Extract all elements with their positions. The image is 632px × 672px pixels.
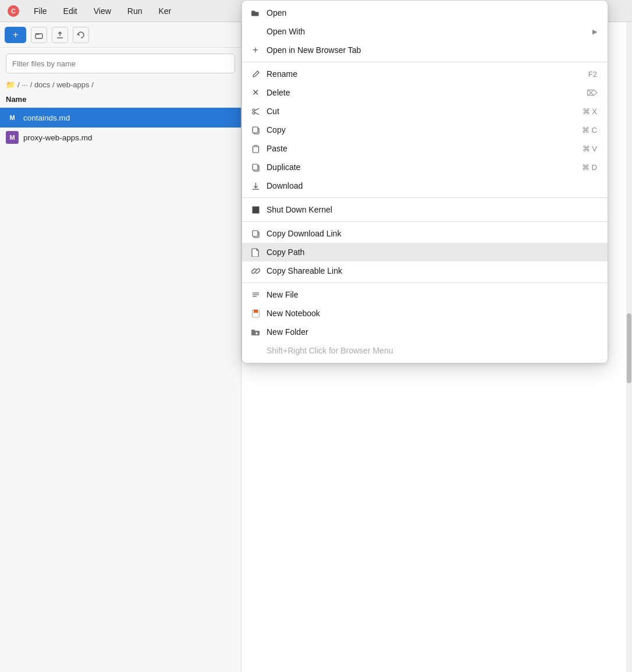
upload-button[interactable]	[52, 27, 68, 43]
ctx-new-file[interactable]: New File	[242, 285, 608, 304]
separator-4	[242, 282, 608, 283]
ctx-copy-shareable-link[interactable]: Copy Shareable Link	[242, 261, 608, 280]
svg-line-6	[255, 108, 259, 111]
ctx-shut-down-kernel[interactable]: Shut Down Kernel	[242, 200, 608, 219]
file-name-containds: containds.md	[23, 114, 70, 122]
separator-2	[242, 197, 608, 198]
svg-point-4	[253, 109, 255, 111]
menu-edit[interactable]: Edit	[61, 5, 80, 17]
upload-icon	[56, 31, 64, 39]
ctx-open-new-tab-label: Open in New Browser Tab	[267, 45, 597, 55]
ctx-paste-label: Paste	[267, 144, 577, 153]
folder-plus-icon	[250, 327, 261, 337]
svg-rect-10	[253, 146, 258, 153]
ctx-copy[interactable]: Copy ⌘ C	[242, 121, 608, 139]
new-button[interactable]: +	[5, 27, 26, 43]
ctx-rename-label: Rename	[267, 69, 583, 79]
sidebar: + 📁 / ··· / docs / web-app	[0, 22, 242, 672]
menu-kernel[interactable]: Ker	[156, 5, 173, 17]
ctx-delete-label: Delete	[267, 88, 581, 97]
ctx-plus-icon: +	[250, 45, 261, 55]
menu-file[interactable]: File	[31, 5, 49, 17]
file-item-proxy-web-apps[interactable]: M proxy-web-apps.md	[0, 128, 241, 147]
svg-text:C: C	[11, 8, 16, 15]
ctx-new-notebook-label: New Notebook	[267, 309, 597, 318]
ctx-rename[interactable]: Rename F2	[242, 65, 608, 83]
ctx-copy-path-label: Copy Path	[267, 247, 597, 257]
svg-rect-13	[253, 164, 258, 170]
plus-icon: +	[13, 30, 18, 40]
ctx-shut-down-label: Shut Down Kernel	[267, 205, 597, 214]
notebook-icon	[250, 308, 261, 319]
ctx-copy-shortcut: ⌘ C	[582, 126, 597, 135]
sidebar-toolbar: +	[0, 22, 241, 48]
scissors-icon	[250, 106, 261, 116]
file-item-containds[interactable]: M containds.md	[0, 108, 241, 128]
scrollbar-thumb[interactable]	[627, 313, 631, 383]
svg-line-7	[255, 112, 259, 115]
stop-icon	[250, 204, 261, 215]
upload-folder-icon	[35, 31, 43, 39]
ctx-rename-shortcut: F2	[588, 70, 597, 79]
svg-rect-11	[254, 145, 257, 147]
file-name-proxy: proxy-web-apps.md	[23, 133, 93, 142]
separator-3	[242, 221, 608, 222]
folder-open-icon	[250, 8, 261, 18]
menu-run[interactable]: Run	[125, 5, 145, 17]
file-list: M containds.md M proxy-web-apps.md	[0, 108, 241, 672]
context-menu: Open Open With ▶ + Open in New Browser T…	[242, 0, 608, 363]
breadcrumb: 📁 / ··· / docs / web-apps /	[0, 78, 241, 91]
ctx-cut-label: Cut	[267, 107, 577, 116]
ctx-open[interactable]: Open	[242, 3, 608, 22]
app-logo-icon: C	[7, 5, 20, 17]
duplicate-icon	[250, 162, 261, 172]
separator-1	[242, 62, 608, 62]
ctx-open-new-tab[interactable]: + Open in New Browser Tab	[242, 41, 608, 59]
svg-point-5	[253, 112, 255, 114]
ctx-open-with-icon	[250, 26, 261, 37]
ctx-new-folder[interactable]: New Folder	[242, 323, 608, 341]
svg-rect-17	[253, 231, 258, 236]
ctx-browser-hint-label: Shift+Right Click for Browser Menu	[267, 346, 597, 355]
copy-icon	[250, 125, 261, 135]
ctx-new-notebook[interactable]: New Notebook	[242, 304, 608, 323]
copy-link-icon	[250, 228, 261, 239]
file-icon-proxy: M	[6, 131, 19, 144]
ctx-browser-hint: Shift+Right Click for Browser Menu	[242, 341, 608, 360]
ctx-copy-path[interactable]: Copy Path	[242, 243, 608, 261]
ctx-paste-shortcut: ⌘ V	[583, 144, 597, 153]
refresh-icon	[77, 31, 85, 39]
ctx-new-folder-label: New Folder	[267, 327, 597, 337]
ctx-arrow-right-icon: ▶	[592, 28, 597, 36]
ctx-hint-icon	[250, 345, 261, 356]
file-icon	[250, 247, 261, 257]
ctx-open-with-label: Open With	[267, 27, 584, 36]
download-icon	[250, 181, 261, 191]
ctx-download[interactable]: Download	[242, 176, 608, 195]
svg-rect-15	[252, 206, 259, 213]
link-icon	[250, 266, 261, 276]
ctx-download-label: Download	[267, 181, 597, 190]
ctx-open-label: Open	[267, 8, 597, 17]
svg-rect-9	[253, 127, 258, 133]
ctx-copy-download-link[interactable]: Copy Download Link	[242, 224, 608, 243]
scrollbar-track	[626, 22, 632, 672]
filter-section	[0, 48, 241, 78]
upload-folder-button[interactable]	[31, 27, 47, 43]
file-icon-containds: M	[6, 111, 19, 124]
clipboard-icon	[250, 143, 261, 154]
ctx-new-file-label: New File	[267, 290, 597, 299]
filter-input[interactable]	[6, 54, 235, 73]
refresh-button[interactable]	[73, 27, 89, 43]
ctx-duplicate-label: Duplicate	[267, 162, 576, 172]
ctx-copy-download-link-label: Copy Download Link	[267, 229, 597, 238]
ctx-paste[interactable]: Paste ⌘ V	[242, 139, 608, 158]
menu-view[interactable]: View	[91, 5, 113, 17]
ctx-duplicate[interactable]: Duplicate ⌘ D	[242, 158, 608, 176]
ctx-copy-label: Copy	[267, 125, 576, 135]
folder-icon: 📁	[6, 80, 15, 89]
ctx-cut[interactable]: Cut ⌘ X	[242, 102, 608, 121]
ctx-open-with[interactable]: Open With ▶	[242, 22, 608, 41]
ctx-delete-shortcut: ⌦	[587, 89, 597, 97]
ctx-delete[interactable]: ✕ Delete ⌦	[242, 83, 608, 102]
